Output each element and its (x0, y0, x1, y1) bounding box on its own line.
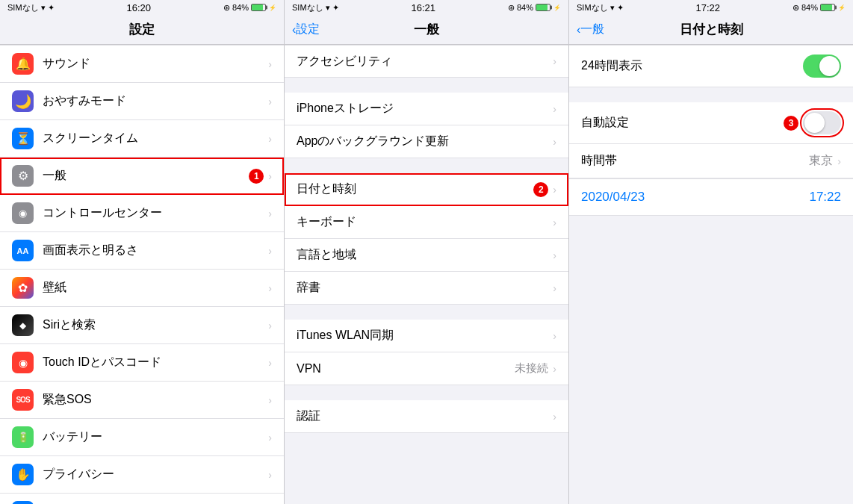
general-item-bgrefresh[interactable]: Appのバックグラウンド更新 › (285, 125, 568, 158)
general-item-keyboard[interactable]: キーボード › (285, 206, 568, 239)
itunes-icon: A (12, 501, 34, 504)
settings-item-sos[interactable]: SOS 緊急SOS › (0, 382, 284, 419)
sound-label: サウンド (43, 56, 268, 72)
wifi-icon-2: ▾ (326, 3, 330, 13)
general-item-language[interactable]: 言語と地域 › (285, 239, 568, 272)
general-item-vpn[interactable]: VPN 未接続 › (285, 352, 568, 385)
signal-icon-1: ✦ (48, 3, 55, 13)
panel3-back-button[interactable]: ‹ 一般 (577, 22, 604, 37)
screentime-icon: ⏳ (12, 128, 34, 149)
autoset-toggle[interactable] (803, 111, 841, 134)
datetime-display-row[interactable]: 2020/04/23 17:22 (569, 178, 853, 216)
status-bars: SIMなし ▾ ✦ 16:20 ⊛ 84% ⚡ SIMなし ▾ ✦ 16:21 … (0, 0, 853, 15)
chevron-siri: › (268, 320, 272, 332)
settings-item-wallpaper[interactable]: ✿ 壁紙 › (0, 270, 284, 307)
sim-label-3: SIMなし (577, 2, 608, 13)
storage-label: iPhoneストレージ (297, 101, 553, 116)
sim-label-2: SIMなし (292, 2, 323, 13)
autoset-label: 自動設定 (581, 115, 779, 131)
status-bar-panel1: SIMなし ▾ ✦ 16:20 ⊛ 84% ⚡ (0, 0, 285, 15)
settings-item-screentime[interactable]: ⏳ スクリーンタイム › (0, 120, 284, 158)
settings-panel: 🔔 サウンド › 🌙 おやすみモード › ⏳ スクリーンタイム › ⚙ 一般 1 (0, 45, 285, 504)
siri-label: Siriと検索 (43, 317, 268, 333)
general-item-wlan[interactable]: iTunes WLAN同期 › (285, 320, 568, 352)
general-item-datetime[interactable]: 日付と時刻 2 › (285, 173, 568, 206)
circle-icon-3: ⊛ (792, 3, 799, 13)
datetime-panel: 24時間表示 自動設定 3 時間帯 東京 › (569, 45, 853, 504)
separator-dt1 (569, 87, 853, 102)
chevron-bgrefresh: › (553, 136, 556, 148)
language-label: 言語と地域 (297, 247, 553, 263)
panel2-back-button[interactable]: ‹ 設定 (292, 22, 320, 37)
24hour-toggle[interactable] (803, 55, 841, 78)
chevron-screentime: › (268, 133, 272, 145)
general-panel: アクセシビリティ › iPhoneストレージ › Appのバックグラウンド更新 … (285, 45, 569, 504)
general-item-dictionary[interactable]: 辞書 › (285, 272, 568, 305)
settings-item-sound[interactable]: 🔔 サウンド › (0, 45, 284, 83)
chevron-control: › (268, 208, 272, 220)
auth-label: 認証 (297, 408, 553, 424)
status-left-1: SIMなし ▾ ✦ (7, 2, 55, 13)
keyboard-label: キーボード (297, 214, 553, 230)
panel3-title: 日付と時刻 (680, 21, 743, 38)
panel3-header: ‹ 一般 日付と時刻 (569, 15, 853, 45)
separator-4 (285, 385, 568, 400)
chevron-battery: › (268, 432, 272, 444)
settings-item-donotdisturb[interactable]: 🌙 おやすみモード › (0, 83, 284, 120)
vpn-label: VPN (297, 362, 515, 376)
step3-badge: 3 (784, 116, 798, 131)
battery-icon-1 (251, 4, 266, 11)
sim-label-1: SIMなし (7, 2, 39, 13)
separator-1 (285, 78, 568, 93)
general-label: 一般 (43, 168, 244, 184)
settings-item-general[interactable]: ⚙ 一般 1 › (0, 158, 284, 195)
settings-item-itunes[interactable]: A iTunes StoreとApp Store › (0, 494, 284, 504)
settings-item-battery[interactable]: 🔋 バッテリー › (0, 419, 284, 456)
timezone-label: 時間帯 (581, 153, 809, 169)
display-label: 画面表示と明るさ (43, 243, 268, 258)
time-1: 16:20 (126, 2, 151, 13)
bolt-icon-3: ⚡ (838, 4, 846, 11)
general-item-accessibility[interactable]: アクセシビリティ › (285, 45, 568, 78)
settings-item-touchid[interactable]: ◉ Touch IDとパスコード › (0, 344, 284, 382)
general-item-auth[interactable]: 認証 › (285, 400, 568, 433)
settings-item-privacy[interactable]: ✋ プライバシー › (0, 456, 284, 494)
status-bar-panel2: SIMなし ▾ ✦ 16:21 ⊛ 84% ⚡ (285, 0, 569, 15)
chevron-sound: › (268, 58, 272, 70)
signal-icon-2: ✦ (332, 3, 339, 13)
wlan-label: iTunes WLAN同期 (297, 328, 553, 343)
step2-badge: 2 (533, 182, 548, 197)
general-item-storage[interactable]: iPhoneストレージ › (285, 93, 568, 125)
datetime-label: 日付と時刻 (297, 181, 529, 197)
status-bar-panel3: SIMなし ▾ ✦ 17:22 ⊛ 84% ⚡ (569, 0, 853, 15)
battery-percent-3: 84% (801, 3, 818, 12)
current-time: 17:22 (809, 190, 841, 205)
chevron-wallpaper: › (268, 282, 272, 294)
settings-item-display[interactable]: AA 画面表示と明るさ › (0, 232, 284, 270)
chevron-general: › (268, 170, 272, 182)
wifi-icon-3: ▾ (610, 3, 615, 13)
sound-icon: 🔔 (12, 53, 34, 75)
general-icon: ⚙ (12, 165, 34, 187)
control-icon: ◉ (12, 202, 34, 224)
wallpaper-icon: ✿ (12, 277, 34, 299)
privacy-icon: ✋ (12, 464, 34, 485)
datetime-setting-24hour: 24時間表示 (569, 45, 853, 87)
panel1-header: 設定 (0, 15, 285, 45)
bolt-icon-1: ⚡ (269, 4, 276, 11)
settings-item-siri[interactable]: ◆ Siriと検索 › (0, 307, 284, 344)
chevron-privacy: › (268, 469, 272, 481)
wifi-icon-1: ▾ (41, 3, 46, 13)
24hour-label: 24時間表示 (581, 58, 803, 74)
battery-percent-2: 84% (517, 3, 533, 12)
battery-label: バッテリー (43, 429, 268, 445)
chevron-vpn: › (553, 363, 556, 375)
battery-icon-3 (820, 4, 835, 11)
settings-item-control[interactable]: ◉ コントロールセンター › (0, 195, 284, 232)
circle-icon-2: ⊛ (508, 3, 515, 13)
datetime-setting-timezone[interactable]: 時間帯 東京 › (569, 144, 853, 178)
time-3: 17:22 (695, 2, 720, 13)
chevron-auth: › (553, 411, 556, 423)
screentime-label: スクリーンタイム (43, 131, 268, 146)
battery-percent-1: 84% (232, 3, 249, 12)
